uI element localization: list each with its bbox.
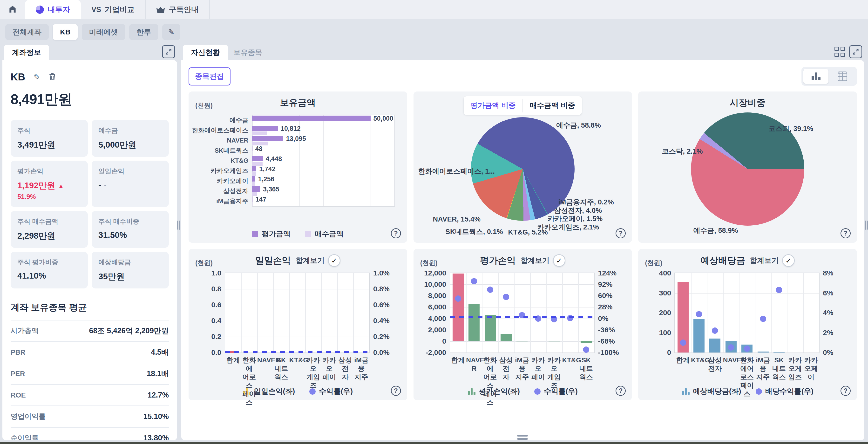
pie-toggle-매수금액 비중[interactable]: 매수금액 비중 bbox=[523, 96, 582, 115]
bar-eval bbox=[252, 136, 283, 141]
eval-pl-card: 평가손익합계보기✓(천원)?평가손익(좌)수익률(우)12,000124%10,… bbox=[413, 249, 632, 400]
account-info-body: KB ✎ 8,491만원 주식3,491만원예수금5,000만원평가손익1,19… bbox=[2, 60, 177, 440]
pie-toggle-평가금액 비중[interactable]: 평가금액 비중 bbox=[464, 96, 523, 115]
vs-icon: VS bbox=[91, 5, 101, 14]
tab-holdings[interactable]: 보유종목 bbox=[228, 45, 267, 60]
weight-pie-card: 평가금액 비중매수금액 비중?예수금, 58.8%iM금융지주, 0.2%삼성전… bbox=[413, 92, 632, 243]
metric-card-평가손익: 평가손익1,192만원▲ 51.9% bbox=[10, 161, 88, 207]
nav-tab-subscription[interactable]: 구독안내 bbox=[146, 0, 210, 19]
charts-grid: 보유금액(천원)?평가금액매수금액예수금50,000한화에어로스페이스10,81… bbox=[189, 92, 857, 400]
bar-row-카카오게임즈: 카카오게임즈1,742 bbox=[252, 166, 394, 176]
bar-buy bbox=[252, 162, 262, 166]
checkbox-icon: ✓ bbox=[328, 254, 340, 267]
bar-buy bbox=[252, 192, 257, 196]
average-row-PER: PER18.1배 bbox=[10, 363, 169, 384]
combo-bar bbox=[774, 352, 784, 352]
sum-toggle-checkbox[interactable]: 합계보기✓ bbox=[296, 254, 340, 267]
combo-plot-area: 1.01.0%0.80.8%0.60.6%0.40.4%0.20.2%0.00.… bbox=[225, 273, 370, 353]
account-total-value: 8,491만원 bbox=[10, 90, 169, 109]
nav-tab-label: 구독안내 bbox=[169, 5, 199, 15]
chart-title: 예상배당금 bbox=[701, 254, 745, 267]
bar-plot-area: 예수금50,000한화에어로스페이스10,812NAVER13,095SK네트웍… bbox=[252, 114, 395, 207]
combo-band-iM금융: iM금융 지주 bbox=[353, 273, 369, 352]
account-name: KB bbox=[10, 71, 25, 83]
metric-card-주식: 주식3,491만원 bbox=[10, 120, 88, 157]
combo-band-NAVER: NAVER bbox=[257, 273, 273, 352]
combo-dot bbox=[744, 345, 750, 352]
chart-title: 평가손익 bbox=[480, 254, 516, 267]
bar-row-NAVER: NAVER13,095 bbox=[252, 135, 394, 145]
nav-tab-company-compare[interactable]: VS 기업비교 bbox=[81, 0, 146, 19]
bar-row-카카오페이: 카카오페이1,256 bbox=[252, 176, 394, 186]
pie-label: SK네트웍스, 0.1% bbox=[445, 227, 503, 237]
chart-view-button[interactable] bbox=[803, 69, 829, 84]
axis-unit-label: (천원) bbox=[645, 259, 662, 267]
sum-toggle-checkbox[interactable]: 합계보기✓ bbox=[521, 254, 565, 267]
bar-row-KT&G: KT&G4,448 bbox=[252, 156, 394, 166]
bar-eval bbox=[252, 176, 255, 181]
pie-label: 코스닥, 2.1% bbox=[662, 147, 703, 156]
panel-resize-handle-left[interactable] bbox=[178, 214, 179, 236]
edit-account-icon[interactable]: ✎ bbox=[33, 73, 40, 81]
bar-row-SK네트웍스: SK네트웍스48 bbox=[252, 145, 394, 156]
layout-grid-icon[interactable] bbox=[835, 47, 845, 57]
horizontal-scrollbar-handle[interactable] bbox=[517, 435, 528, 440]
combo-bar bbox=[453, 274, 464, 341]
bar-row-삼성전자: 삼성전자3,365 bbox=[252, 186, 394, 196]
combo-bar bbox=[533, 341, 544, 341]
delete-account-icon[interactable] bbox=[49, 72, 56, 82]
combo-dot bbox=[455, 296, 461, 302]
pie-chart-icon bbox=[36, 5, 44, 14]
expand-button[interactable] bbox=[162, 45, 175, 58]
home-button[interactable] bbox=[0, 0, 25, 19]
market-weight-card: 시장비중?코스피, 39.1%코스닥, 2.1%예수금, 58.9% bbox=[638, 92, 857, 243]
metric-card-주식 매수비중: 주식 매수비중31.50% bbox=[92, 211, 169, 248]
pie-label: NAVER, 15.4% bbox=[433, 215, 480, 223]
combo-band-카카오: 카카오 게임즈 bbox=[546, 273, 562, 352]
combo-bar bbox=[500, 334, 512, 341]
metric-card-주식 매수금액: 주식 매수금액2,298만원 bbox=[10, 211, 88, 248]
panel-resize-handle-right[interactable] bbox=[866, 214, 868, 236]
combo-dot bbox=[680, 340, 686, 346]
combo-dot bbox=[776, 287, 782, 293]
combo-band-합계: 합계 bbox=[675, 273, 691, 352]
nav-tab-my-investments[interactable]: 내투자 bbox=[25, 0, 81, 19]
combo-band-카카오: 카카오 페이 bbox=[321, 273, 337, 352]
account-tab-KB[interactable]: KB bbox=[53, 24, 78, 40]
account-tab-전체계좌[interactable]: 전체계좌 bbox=[5, 24, 49, 40]
bar-eval bbox=[252, 197, 252, 202]
checkbox-icon: ✓ bbox=[782, 254, 795, 267]
account-tab-한투[interactable]: 한투 bbox=[129, 24, 158, 40]
combo-bar bbox=[485, 315, 496, 341]
table-view-button[interactable] bbox=[830, 69, 855, 84]
holdings-average-table: 시가총액68조 5,426억 2,209만원PBR4.5배PER18.1배ROE… bbox=[10, 320, 169, 440]
combo-bar bbox=[468, 304, 479, 341]
combo-band-합계: 합계 bbox=[450, 273, 466, 352]
metric-card-주식 평가비중: 주식 평가비중41.10% bbox=[10, 251, 88, 288]
edit-holdings-button[interactable]: 종목편집 bbox=[189, 67, 230, 86]
dividends-card: 예상배당금합계보기✓(천원)?예상배당금(좌)배당수익률(우)4008%3006… bbox=[638, 249, 857, 400]
chart-title: 시장비중 bbox=[730, 97, 766, 109]
asset-panel: 자산현황 보유종목 종목편집 보유금액(천원)?평가 bbox=[181, 45, 864, 440]
expand-main-button[interactable] bbox=[849, 45, 862, 58]
sum-toggle-checkbox[interactable]: 합계보기✓ bbox=[750, 254, 795, 267]
combo-dot bbox=[567, 315, 574, 321]
bar-eval bbox=[252, 156, 263, 161]
holdings-amount-card: 보유금액(천원)?평가금액매수금액예수금50,000한화에어로스페이스10,81… bbox=[189, 92, 407, 243]
chart-legend: 평가금액매수금액 bbox=[189, 229, 407, 239]
account-tab-미래에셋[interactable]: 미래에셋 bbox=[82, 24, 125, 40]
combo-dot bbox=[487, 286, 493, 293]
chart-legend: 평가손익(좌)수익률(우) bbox=[413, 386, 632, 396]
checkbox-icon: ✓ bbox=[553, 254, 565, 267]
tab-asset-status[interactable]: 자산현황 bbox=[183, 45, 228, 60]
crown-icon bbox=[156, 6, 165, 13]
bar-eval bbox=[252, 186, 260, 192]
tab-account-info[interactable]: 계좌정보 bbox=[4, 45, 49, 60]
combo-band-합계: 합계 bbox=[225, 273, 241, 352]
combo-bar bbox=[581, 341, 592, 343]
edit-accounts-button[interactable]: ✎ bbox=[162, 24, 180, 40]
bar-chart-icon bbox=[812, 72, 820, 80]
zero-reference-line bbox=[225, 351, 369, 353]
combo-band-NAVER: NAVER bbox=[723, 273, 739, 352]
pie-label: 예수금, 58.8% bbox=[556, 121, 601, 130]
